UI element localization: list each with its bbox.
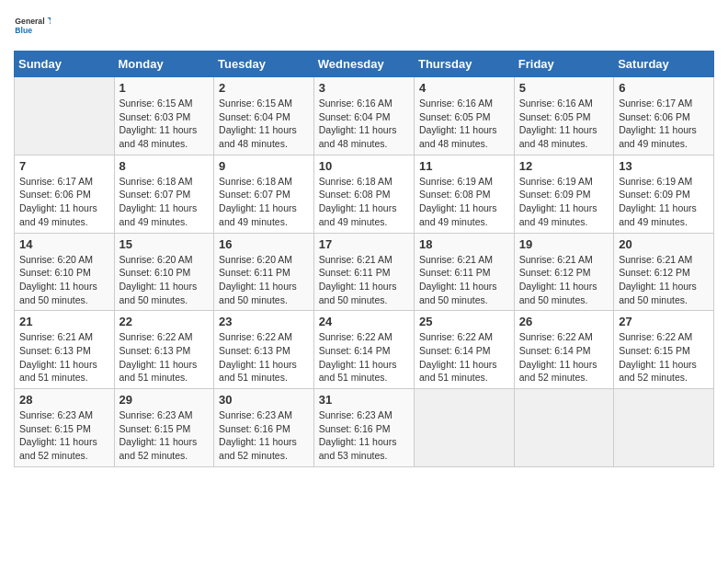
day-cell <box>15 77 115 155</box>
day-detail: Sunrise: 6:23 AM Sunset: 6:16 PM Dayligh… <box>219 408 309 463</box>
day-number: 7 <box>19 159 109 173</box>
day-detail: Sunrise: 6:21 AM Sunset: 6:11 PM Dayligh… <box>419 253 509 307</box>
day-number: 29 <box>119 393 210 407</box>
day-detail: Sunrise: 6:16 AM Sunset: 6:05 PM Dayligh… <box>519 97 609 151</box>
day-number: 18 <box>419 237 509 251</box>
day-cell: 3Sunrise: 6:16 AM Sunset: 6:04 PM Daylig… <box>313 77 414 155</box>
day-number: 23 <box>219 315 309 328</box>
day-number: 9 <box>219 159 309 173</box>
day-detail: Sunrise: 6:21 AM Sunset: 6:12 PM Dayligh… <box>619 253 709 307</box>
day-detail: Sunrise: 6:22 AM Sunset: 6:14 PM Dayligh… <box>519 330 609 385</box>
day-number: 12 <box>519 159 609 173</box>
day-detail: Sunrise: 6:19 AM Sunset: 6:09 PM Dayligh… <box>619 175 709 229</box>
day-number: 20 <box>619 237 709 251</box>
day-cell: 6Sunrise: 6:17 AM Sunset: 6:06 PM Daylig… <box>614 77 714 155</box>
logo-icon: General Blue <box>14 14 51 40</box>
day-number: 26 <box>519 315 609 328</box>
day-detail: Sunrise: 6:19 AM Sunset: 6:08 PM Dayligh… <box>419 175 509 229</box>
day-number: 11 <box>419 159 509 173</box>
week-row-4: 21Sunrise: 6:21 AM Sunset: 6:13 PM Dayli… <box>15 311 714 389</box>
header-cell-monday: Monday <box>114 52 214 77</box>
day-detail: Sunrise: 6:17 AM Sunset: 6:06 PM Dayligh… <box>19 175 109 229</box>
day-cell: 22Sunrise: 6:22 AM Sunset: 6:13 PM Dayli… <box>114 311 214 389</box>
calendar-table: SundayMondayTuesdayWednesdayThursdayFrid… <box>14 51 714 467</box>
day-number: 6 <box>619 81 709 95</box>
day-cell: 14Sunrise: 6:20 AM Sunset: 6:10 PM Dayli… <box>15 233 115 311</box>
day-number: 4 <box>419 81 509 95</box>
day-cell <box>414 389 514 467</box>
day-cell: 16Sunrise: 6:20 AM Sunset: 6:11 PM Dayli… <box>214 233 314 311</box>
header-cell-wednesday: Wednesday <box>313 52 414 77</box>
day-number: 3 <box>319 81 409 95</box>
day-detail: Sunrise: 6:16 AM Sunset: 6:05 PM Dayligh… <box>419 97 509 151</box>
header-cell-sunday: Sunday <box>15 52 115 77</box>
day-cell: 21Sunrise: 6:21 AM Sunset: 6:13 PM Dayli… <box>15 311 115 389</box>
day-cell: 4Sunrise: 6:16 AM Sunset: 6:05 PM Daylig… <box>414 77 514 155</box>
day-cell: 9Sunrise: 6:18 AM Sunset: 6:07 PM Daylig… <box>214 155 314 233</box>
day-cell: 20Sunrise: 6:21 AM Sunset: 6:12 PM Dayli… <box>614 233 714 311</box>
day-cell: 31Sunrise: 6:23 AM Sunset: 6:16 PM Dayli… <box>313 389 414 467</box>
day-cell: 5Sunrise: 6:16 AM Sunset: 6:05 PM Daylig… <box>514 77 613 155</box>
header-cell-saturday: Saturday <box>614 52 714 77</box>
day-cell: 8Sunrise: 6:18 AM Sunset: 6:07 PM Daylig… <box>114 155 214 233</box>
day-cell: 15Sunrise: 6:20 AM Sunset: 6:10 PM Dayli… <box>114 233 214 311</box>
day-number: 10 <box>319 159 409 173</box>
day-cell: 18Sunrise: 6:21 AM Sunset: 6:11 PM Dayli… <box>414 233 514 311</box>
day-detail: Sunrise: 6:22 AM Sunset: 6:14 PM Dayligh… <box>419 330 509 385</box>
day-detail: Sunrise: 6:23 AM Sunset: 6:16 PM Dayligh… <box>319 408 409 463</box>
day-detail: Sunrise: 6:15 AM Sunset: 6:03 PM Dayligh… <box>119 97 210 151</box>
day-number: 8 <box>119 159 210 173</box>
day-number: 25 <box>419 315 509 328</box>
day-cell: 1Sunrise: 6:15 AM Sunset: 6:03 PM Daylig… <box>114 77 214 155</box>
day-detail: Sunrise: 6:21 AM Sunset: 6:12 PM Dayligh… <box>519 253 609 307</box>
day-number: 13 <box>619 159 709 173</box>
day-number: 15 <box>119 237 210 251</box>
day-detail: Sunrise: 6:20 AM Sunset: 6:11 PM Dayligh… <box>219 253 309 307</box>
day-cell <box>614 389 714 467</box>
day-cell: 26Sunrise: 6:22 AM Sunset: 6:14 PM Dayli… <box>514 311 613 389</box>
day-cell: 27Sunrise: 6:22 AM Sunset: 6:15 PM Dayli… <box>614 311 714 389</box>
day-detail: Sunrise: 6:22 AM Sunset: 6:13 PM Dayligh… <box>219 330 309 385</box>
week-row-1: 1Sunrise: 6:15 AM Sunset: 6:03 PM Daylig… <box>15 77 714 155</box>
week-row-2: 7Sunrise: 6:17 AM Sunset: 6:06 PM Daylig… <box>15 155 714 233</box>
day-detail: Sunrise: 6:18 AM Sunset: 6:08 PM Dayligh… <box>319 175 409 229</box>
day-cell <box>514 389 613 467</box>
day-detail: Sunrise: 6:23 AM Sunset: 6:15 PM Dayligh… <box>119 408 210 463</box>
day-number: 30 <box>219 393 309 407</box>
day-detail: Sunrise: 6:16 AM Sunset: 6:04 PM Dayligh… <box>319 97 409 151</box>
logo: General Blue <box>14 14 51 41</box>
day-cell: 2Sunrise: 6:15 AM Sunset: 6:04 PM Daylig… <box>214 77 314 155</box>
week-row-3: 14Sunrise: 6:20 AM Sunset: 6:10 PM Dayli… <box>15 233 714 311</box>
header-cell-tuesday: Tuesday <box>214 52 314 77</box>
day-number: 17 <box>319 237 409 251</box>
day-cell: 11Sunrise: 6:19 AM Sunset: 6:08 PM Dayli… <box>414 155 514 233</box>
day-detail: Sunrise: 6:22 AM Sunset: 6:14 PM Dayligh… <box>319 330 409 385</box>
day-detail: Sunrise: 6:22 AM Sunset: 6:15 PM Dayligh… <box>619 330 709 385</box>
day-number: 16 <box>219 237 309 251</box>
day-detail: Sunrise: 6:21 AM Sunset: 6:13 PM Dayligh… <box>19 330 109 385</box>
day-number: 22 <box>119 315 210 328</box>
day-cell: 19Sunrise: 6:21 AM Sunset: 6:12 PM Dayli… <box>514 233 613 311</box>
day-cell: 10Sunrise: 6:18 AM Sunset: 6:08 PM Dayli… <box>313 155 414 233</box>
day-detail: Sunrise: 6:19 AM Sunset: 6:09 PM Dayligh… <box>519 175 609 229</box>
day-detail: Sunrise: 6:20 AM Sunset: 6:10 PM Dayligh… <box>119 253 210 307</box>
day-detail: Sunrise: 6:15 AM Sunset: 6:04 PM Dayligh… <box>219 97 309 151</box>
day-cell: 24Sunrise: 6:22 AM Sunset: 6:14 PM Dayli… <box>313 311 414 389</box>
header-cell-thursday: Thursday <box>414 52 514 77</box>
svg-text:General: General <box>15 17 44 26</box>
day-cell: 28Sunrise: 6:23 AM Sunset: 6:15 PM Dayli… <box>15 389 115 467</box>
day-detail: Sunrise: 6:17 AM Sunset: 6:06 PM Dayligh… <box>619 97 709 151</box>
day-cell: 7Sunrise: 6:17 AM Sunset: 6:06 PM Daylig… <box>15 155 115 233</box>
day-number: 28 <box>19 393 109 407</box>
day-number: 24 <box>319 315 409 328</box>
day-cell: 30Sunrise: 6:23 AM Sunset: 6:16 PM Dayli… <box>214 389 314 467</box>
svg-text:Blue: Blue <box>15 26 32 35</box>
day-number: 1 <box>119 81 210 95</box>
day-number: 21 <box>19 315 109 328</box>
day-number: 19 <box>519 237 609 251</box>
day-detail: Sunrise: 6:20 AM Sunset: 6:10 PM Dayligh… <box>19 253 109 307</box>
page-header: General Blue <box>14 14 714 41</box>
day-number: 31 <box>319 393 409 407</box>
day-number: 2 <box>219 81 309 95</box>
week-row-5: 28Sunrise: 6:23 AM Sunset: 6:15 PM Dayli… <box>15 389 714 467</box>
